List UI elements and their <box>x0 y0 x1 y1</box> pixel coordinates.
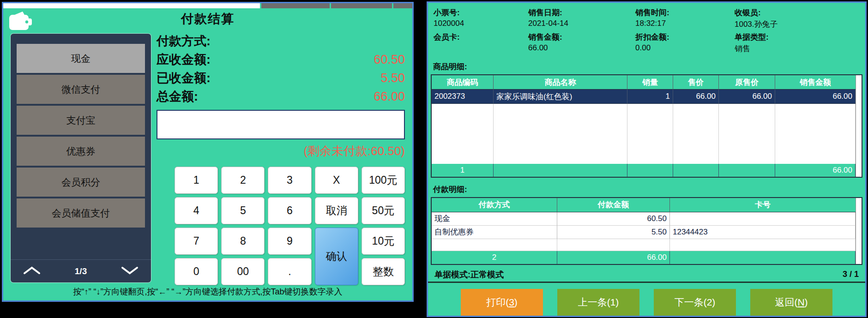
payment-section-label: 付款明细: <box>433 184 860 195</box>
payment-method-alipay[interactable]: 支付宝 <box>17 106 145 135</box>
product-table-empty-area <box>432 104 856 164</box>
field-value: 5.50 <box>380 71 405 85</box>
empty-cell <box>432 239 557 252</box>
numpad-key-100yuan[interactable]: 100元 <box>362 167 405 194</box>
cell-pay-amount: 5.50 <box>557 226 670 239</box>
product-section-label: 商品明细: <box>433 61 860 72</box>
payment-method-member-stored-value[interactable]: 会员储值支付 <box>17 198 145 228</box>
cell-original-price: 66.00 <box>719 90 775 104</box>
numpad-key-cancel[interactable]: 取消 <box>315 197 358 224</box>
empty-cell <box>627 104 673 164</box>
product-row-selected[interactable]: 2002373 家家乐调味油(红色装) 1 66.00 66.00 66.00 <box>432 90 856 104</box>
document-mode-status: 单据模式:正常模式 <box>434 269 504 280</box>
info-label: 销售日期: <box>528 7 635 19</box>
info-value: 0.00 <box>635 43 735 54</box>
print-button[interactable]: 打印(3) <box>461 289 543 316</box>
payment-table-footer: 2 66.00 <box>432 251 856 264</box>
action-buttons: 打印(3) 上一条(1) 下一条(2) 返回(N) <box>430 289 863 316</box>
info-label: 收银员: <box>735 7 860 19</box>
numpad-key-5[interactable]: 5 <box>221 197 265 224</box>
numpad-key-9[interactable]: 9 <box>268 228 311 255</box>
top-strip-white-segment <box>3 3 260 8</box>
numpad-key-3[interactable]: 3 <box>268 167 311 194</box>
top-strip-gray-segment <box>393 3 412 8</box>
numpad-key-clear[interactable]: X <box>315 167 358 194</box>
column-header: 售价 <box>673 75 719 90</box>
empty-cell <box>670 239 856 252</box>
payment-row-coupon[interactable]: 自制优惠券 5.50 12344423 <box>432 226 856 239</box>
cell-quantity: 1 <box>627 90 673 104</box>
info-document-type: 单据类型: 销售 <box>735 32 860 54</box>
previous-record-button[interactable]: 上一条(1) <box>557 289 639 316</box>
empty-cell <box>775 104 856 164</box>
cell-sale-amount: 66.00 <box>775 90 856 104</box>
numpad: 1 2 3 X 100元 4 5 6 取消 50元 7 8 9 确认 10元 0… <box>175 167 405 285</box>
cell-pay-amount: 60.50 <box>557 212 670 226</box>
info-label: 小票号: <box>434 7 528 19</box>
info-value: 2021-04-14 <box>528 19 635 29</box>
numpad-key-50yuan[interactable]: 50元 <box>362 197 405 224</box>
empty-cell <box>557 239 670 252</box>
next-record-button[interactable]: 下一条(2) <box>654 289 736 316</box>
payment-table: 付款方式 付款金额 卡号 现金 60.50 自制优惠券 5.50 1234442… <box>431 197 862 265</box>
button-label: ) <box>712 297 715 308</box>
top-strip <box>3 3 412 8</box>
numpad-key-1[interactable]: 1 <box>175 167 218 194</box>
numpad-key-00[interactable]: 00 <box>221 258 265 285</box>
empty-cell <box>719 104 775 164</box>
column-header: 销售金额 <box>775 75 856 90</box>
payment-table-header: 付款方式 付款金额 卡号 <box>432 198 856 212</box>
numpad-key-8[interactable]: 8 <box>221 228 265 255</box>
back-button[interactable]: 返回(N) <box>750 289 832 316</box>
info-label: 折扣金额: <box>635 32 735 43</box>
info-value: 销售 <box>735 43 860 54</box>
numpad-key-6[interactable]: 6 <box>268 197 311 224</box>
product-table-scrollbar[interactable] <box>856 75 862 177</box>
info-value: 18:32:17 <box>635 19 735 29</box>
status-bar: 单据模式:正常模式 3 / 1 <box>428 267 865 283</box>
footer-total-count: 2 <box>432 251 557 264</box>
amount-input-wrap <box>157 110 405 139</box>
column-header: 商品编码 <box>432 75 494 90</box>
payment-method-member-points[interactable]: 会员积分 <box>17 168 145 197</box>
page-title: 付款结算 <box>3 11 412 27</box>
info-label: 销售金额: <box>528 32 635 43</box>
cell-card-no <box>670 212 856 226</box>
numpad-key-2[interactable]: 2 <box>221 167 265 194</box>
payment-table-scrollbar[interactable] <box>856 198 862 264</box>
button-mnemonic: N <box>797 297 804 308</box>
amount-area: 付款方式: 应收金额: 60.50 已收金额: 5.50 总金额: 66.00 … <box>157 32 405 285</box>
payment-method-list: 现金 微信支付 支付宝 优惠券 会员积分 会员储值支付 <box>11 34 151 228</box>
button-label: ) <box>615 297 619 308</box>
numpad-key-confirm[interactable]: 确认 <box>315 228 358 285</box>
button-label: 上一条( <box>578 296 610 309</box>
footer-total-amount: 66.00 <box>557 251 670 264</box>
payment-row-cash[interactable]: 现金 60.50 <box>432 212 856 226</box>
info-label: 销售时间: <box>635 7 735 19</box>
numpad-key-10yuan[interactable]: 10元 <box>362 228 405 255</box>
column-header: 付款金额 <box>557 198 670 212</box>
empty-cell <box>673 104 719 164</box>
chevron-down-icon[interactable] <box>121 266 139 276</box>
info-cashier: 收银员: 1003.孙兔子 <box>735 7 860 29</box>
cell-card-no: 12344423 <box>670 226 856 239</box>
numpad-key-7[interactable]: 7 <box>175 228 218 255</box>
top-strip-gray-segment <box>331 3 392 8</box>
numpad-key-0[interactable]: 0 <box>175 258 218 285</box>
info-sale-amount: 销售金额: 66.00 <box>528 32 635 54</box>
chevron-up-icon[interactable] <box>23 266 41 276</box>
field-payment-method: 付款方式: <box>157 32 405 50</box>
payment-method-cash[interactable]: 现金 <box>17 44 145 73</box>
field-label: 应收金额: <box>157 51 211 68</box>
payment-method-coupon[interactable]: 优惠券 <box>17 137 145 166</box>
receipt-detail-window: 小票号: 1020004 销售日期: 2021-04-14 销售时间: 18:3… <box>427 1 867 317</box>
numpad-key-integer[interactable]: 整数 <box>362 258 405 285</box>
numpad-key-4[interactable]: 4 <box>175 197 218 224</box>
button-mnemonic: 1 <box>610 297 616 308</box>
cell-pay-method: 现金 <box>432 212 557 226</box>
footer-cell <box>627 164 673 177</box>
info-value: 66.00 <box>528 43 635 54</box>
payment-settlement-window: 付款结算 现金 微信支付 支付宝 优惠券 会员积分 会员储值支付 1/3 付款方… <box>2 2 414 302</box>
numpad-key-dot[interactable]: . <box>268 258 311 285</box>
payment-method-wechat[interactable]: 微信支付 <box>17 75 145 104</box>
